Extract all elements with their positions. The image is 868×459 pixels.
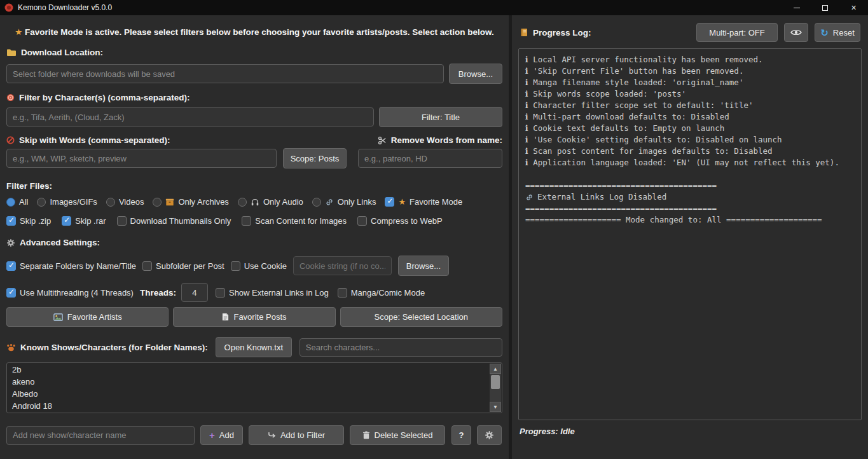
checkbox-box xyxy=(231,261,240,271)
checkbox-skip-zip[interactable]: Skip .zip xyxy=(6,216,51,226)
plus-icon: + xyxy=(209,430,215,440)
checkbox-label: Separate Folders by Name/Title xyxy=(20,261,136,271)
checkbox-compress-webp[interactable]: Compress to WebP xyxy=(357,216,442,226)
character-filter-text: Filter by Character(s) (comma-separated)… xyxy=(19,93,190,102)
character-search-input[interactable] xyxy=(300,338,502,357)
image-icon xyxy=(53,313,63,321)
checkbox-box xyxy=(338,288,347,298)
character-filter-icon xyxy=(6,93,15,102)
checkbox-box xyxy=(142,261,152,271)
remove-words-input[interactable] xyxy=(358,149,502,168)
titlebar: Kemono Downloader v5.0.0 × xyxy=(0,0,868,15)
checkbox-box xyxy=(385,197,394,207)
log-line: ℹ Skip words scope loaded: 'posts' xyxy=(525,88,855,100)
curved-arrow-icon xyxy=(268,432,276,439)
checkbox-use-cookie[interactable]: Use Cookie xyxy=(231,261,287,271)
scrollbar-track[interactable] xyxy=(490,374,501,402)
filter-files-checkboxes: Skip .zip Skip .rar Download Thumbnails … xyxy=(6,216,502,226)
checkbox-show-external-links[interactable]: Show External Links in Log xyxy=(216,288,329,298)
radio-label: All xyxy=(19,197,28,207)
list-item[interactable]: Android 18 xyxy=(7,400,502,412)
multipart-toggle-button[interactable]: Multi-part: OFF xyxy=(696,23,778,42)
progress-log-output[interactable]: ℹ Local API server functionality has bee… xyxy=(518,48,862,420)
filter-title-label: Filter: Title xyxy=(422,113,460,122)
character-filter-input[interactable] xyxy=(6,107,374,127)
list-item[interactable]: Android 21 xyxy=(7,412,502,413)
minimize-button[interactable] xyxy=(782,0,811,15)
download-location-label: Download Location: xyxy=(6,48,502,57)
radio-only-archives[interactable]: Only Archives xyxy=(153,197,228,207)
reset-label: Reset xyxy=(833,28,855,38)
checkbox-label: Show External Links in Log xyxy=(229,288,329,298)
settings-button[interactable] xyxy=(477,425,502,445)
favorite-artists-button[interactable]: Favorite Artists xyxy=(6,307,169,327)
radio-videos[interactable]: Videos xyxy=(106,197,144,207)
character-filter-scope-button[interactable]: Filter: Title xyxy=(379,107,502,127)
log-line: ℹ Cookie text defaults to: Empty on laun… xyxy=(525,123,855,134)
checkbox-label: Skip .zip xyxy=(20,216,51,226)
reset-button[interactable]: ↻Reset xyxy=(815,23,860,42)
open-known-txt-button[interactable]: Open Known.txt xyxy=(216,337,292,357)
radio-only-links[interactable]: Only Links xyxy=(312,197,376,207)
checkbox-scan-content[interactable]: Scan Content for Images xyxy=(242,216,347,226)
close-button[interactable]: × xyxy=(839,0,868,15)
radio-label: Only Audio xyxy=(263,197,303,207)
list-item[interactable]: Albedo xyxy=(7,388,502,400)
add-button[interactable]: +Add xyxy=(200,425,243,445)
checkbox-box xyxy=(242,216,251,226)
help-button[interactable]: ? xyxy=(451,425,471,445)
favorite-posts-button[interactable]: Favorite Posts xyxy=(173,307,335,327)
delete-selected-button[interactable]: Delete Selected xyxy=(350,425,445,445)
minimize-icon xyxy=(794,8,800,8)
checkbox-box xyxy=(357,216,367,226)
radio-only-audio[interactable]: Only Audio xyxy=(238,197,303,207)
skip-words-label: Skip with Words (comma-separated): xyxy=(6,135,170,145)
cookie-browse-button[interactable]: Browse... xyxy=(398,256,449,276)
maximize-button[interactable] xyxy=(811,0,839,15)
cookie-string-input[interactable] xyxy=(293,256,392,275)
scroll-up-icon[interactable]: ▲ xyxy=(490,364,501,374)
log-line: ℹ Application language loaded: 'EN' (UI … xyxy=(525,157,855,168)
checkbox-favorite-mode[interactable]: ★Favorite Mode xyxy=(385,197,462,207)
checkbox-download-thumbnails[interactable]: Download Thumbnails Only xyxy=(117,216,231,226)
checkbox-skip-rar[interactable]: Skip .rar xyxy=(62,216,106,226)
list-scrollbar[interactable]: ▲ ▼ xyxy=(490,364,501,412)
threads-label: Threads: xyxy=(140,288,176,298)
checkbox-separate-folders[interactable]: Separate Folders by Name/Title xyxy=(6,261,136,271)
skip-words-input[interactable] xyxy=(6,149,277,168)
download-browse-button[interactable]: Browse... xyxy=(449,64,502,84)
checkbox-box xyxy=(6,288,16,298)
checkbox-manga-mode[interactable]: Manga/Comic Mode xyxy=(338,288,425,298)
log-line: ℹ Scan post content for images defaults … xyxy=(525,146,855,157)
favorite-scope-button[interactable]: Scope: Selected Location xyxy=(340,307,502,327)
gear-icon xyxy=(6,238,15,247)
list-items: 2b akeno Albedo Android 18 Android 21 xyxy=(7,363,502,413)
favorite-artists-label: Favorite Artists xyxy=(67,312,122,322)
radio-label: Videos xyxy=(119,197,144,207)
add-to-filter-button[interactable]: Add to Filter xyxy=(249,425,344,445)
skip-scope-button[interactable]: Scope: Posts xyxy=(283,148,347,168)
known-characters-list[interactable]: 2b akeno Albedo Android 18 Android 21 ▲ … xyxy=(6,362,502,413)
checkbox-label: Skip .rar xyxy=(75,216,106,226)
scrollbar-thumb[interactable] xyxy=(491,375,500,389)
checkbox-label: Subfolder per Post xyxy=(156,261,224,271)
threads-input[interactable] xyxy=(181,283,208,302)
checkbox-multithreading[interactable]: Use Multithreading (4 Threads) xyxy=(6,288,134,298)
remove-words-text: Remove Words from name: xyxy=(391,135,502,145)
window-controls: × xyxy=(782,0,868,15)
progress-log-label: Progress Log: xyxy=(520,28,591,38)
radio-dot xyxy=(37,198,46,207)
advanced-settings-label: Advanced Settings: xyxy=(6,238,502,247)
radio-dot xyxy=(6,198,15,207)
list-item[interactable]: 2b xyxy=(7,364,502,376)
browse-label: Browse... xyxy=(406,261,441,271)
radio-all[interactable]: All xyxy=(6,197,28,207)
radio-images-gifs[interactable]: Images/GIFs xyxy=(37,197,97,207)
add-character-input[interactable] xyxy=(6,426,195,445)
checkbox-subfolder-per-post[interactable]: Subfolder per Post xyxy=(142,261,224,271)
download-location-input[interactable] xyxy=(6,64,444,83)
log-line-external-links: External Links Log Disabled xyxy=(525,191,855,203)
scroll-down-icon[interactable]: ▼ xyxy=(490,402,501,412)
list-item[interactable]: akeno xyxy=(7,376,502,388)
eye-toggle-button[interactable] xyxy=(784,23,808,42)
